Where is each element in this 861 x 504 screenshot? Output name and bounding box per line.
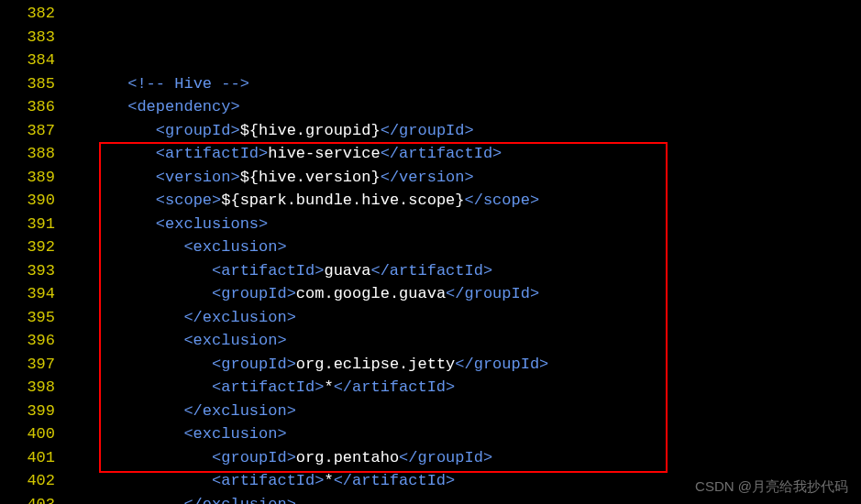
line-number: 388 <box>0 142 55 166</box>
line-number: 398 <box>0 376 55 400</box>
line-number: 397 <box>0 353 55 377</box>
code-line: <groupId>${hive.groupid}</groupId> <box>72 119 861 143</box>
line-number: 400 <box>0 422 55 446</box>
code-line: <groupId>com.google.guava</groupId> <box>72 282 861 306</box>
code-line: <dependency> <box>72 95 861 119</box>
line-number: 382 <box>0 2 55 26</box>
code-line: <artifactId>hive-service</artifactId> <box>72 142 861 166</box>
code-line: <artifactId>*</artifactId> <box>72 376 861 400</box>
code-area: <!-- Hive --> <dependency> <groupId>${hi… <box>72 2 861 504</box>
code-line: <exclusion> <box>72 329 861 353</box>
code-editor: 3823833843853863873883893903913923933943… <box>0 0 861 504</box>
code-line: <exclusion> <box>72 236 861 259</box>
line-number: 393 <box>0 259 55 283</box>
line-number: 401 <box>0 446 55 470</box>
line-number: 391 <box>0 213 55 236</box>
code-line: <scope>${spark.bundle.hive.scope}</scope… <box>72 189 861 213</box>
line-number: 392 <box>0 236 55 259</box>
code-line: <exclusions> <box>72 213 861 236</box>
line-number: 402 <box>0 469 55 493</box>
line-number: 390 <box>0 189 55 213</box>
line-number: 386 <box>0 95 55 119</box>
code-line: <groupId>org.pentaho</groupId> <box>72 446 861 470</box>
code-line: <groupId>org.eclipse.jetty</groupId> <box>72 353 861 377</box>
line-number: 384 <box>0 49 55 72</box>
line-number: 403 <box>0 493 55 505</box>
line-number: 389 <box>0 166 55 190</box>
code-line: <artifactId>guava</artifactId> <box>72 259 861 283</box>
code-line: </exclusion> <box>72 306 861 330</box>
code-line: <!-- Hive --> <box>72 72 861 96</box>
code-line: </exclusion> <box>72 400 861 423</box>
code-line: <exclusion> <box>72 422 861 446</box>
line-number: 396 <box>0 329 55 353</box>
line-number: 383 <box>0 26 55 49</box>
watermark-text: CSDN @月亮给我抄代码 <box>695 477 848 498</box>
line-number-gutter: 3823833843853863873883893903913923933943… <box>0 2 72 504</box>
line-number: 395 <box>0 306 55 330</box>
line-number: 385 <box>0 72 55 96</box>
line-number: 387 <box>0 119 55 143</box>
line-number: 399 <box>0 400 55 423</box>
code-line: <version>${hive.version}</version> <box>72 166 861 190</box>
line-number: 394 <box>0 282 55 306</box>
